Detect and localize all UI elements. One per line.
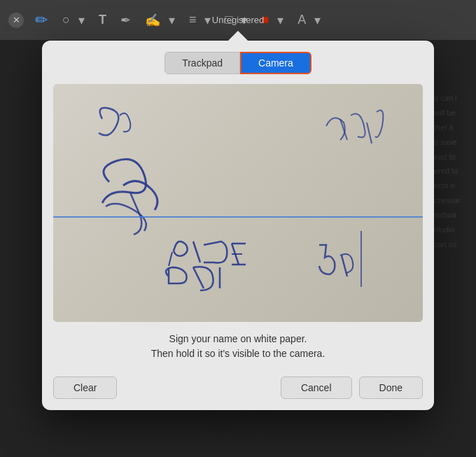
done-button[interactable]: Done xyxy=(359,377,423,399)
modal-actions: Clear Cancel Done xyxy=(42,370,434,410)
font-icon: A xyxy=(294,11,309,29)
menu-icon: ≡ xyxy=(186,11,200,29)
tab-switcher: Trackpad Camera xyxy=(42,41,434,84)
draw-icon: ✏ xyxy=(35,11,48,29)
camera-feed xyxy=(53,84,423,322)
shape-icon: ○ xyxy=(59,11,74,29)
text-icon: T xyxy=(95,11,110,29)
clear-button[interactable]: Clear xyxy=(53,377,117,399)
menu-group[interactable]: ≡ ▾ xyxy=(186,11,215,29)
camera-viewport xyxy=(53,84,423,322)
instructions-line1: Sign your name on white paper. xyxy=(169,333,307,344)
font-chevron: ▾ xyxy=(311,11,324,29)
signature-preview-svg xyxy=(53,84,423,322)
shape-group[interactable]: ○ ▾ xyxy=(59,11,88,29)
close-button[interactable]: ✕ xyxy=(8,13,24,28)
cancel-button[interactable]: Cancel xyxy=(281,377,352,399)
pen-icon[interactable]: ✒ xyxy=(117,11,134,29)
shape-chevron: ▾ xyxy=(75,11,88,29)
right-buttons: Cancel Done xyxy=(281,377,423,399)
text-group[interactable]: T xyxy=(95,11,110,29)
color-chevron: ▾ xyxy=(274,11,287,29)
signature-modal: Trackpad Camera xyxy=(42,41,434,410)
font-group[interactable]: A ▾ xyxy=(294,11,324,29)
draw-button[interactable]: ✏ xyxy=(31,10,52,31)
tab-camera[interactable]: Camera xyxy=(240,52,312,74)
sign-chevron: ▾ xyxy=(165,11,178,29)
sign-icon: ✍ xyxy=(141,11,164,29)
close-icon: ✕ xyxy=(13,15,20,25)
instructions-line2: Then hold it so it's visible to the came… xyxy=(151,348,326,359)
tab-trackpad[interactable]: Trackpad xyxy=(164,52,240,74)
app-title: Unregistered xyxy=(212,15,264,25)
camera-instructions: Sign your name on white paper. Then hold… xyxy=(42,322,434,370)
sign-group[interactable]: ✍ ▾ xyxy=(141,11,178,29)
